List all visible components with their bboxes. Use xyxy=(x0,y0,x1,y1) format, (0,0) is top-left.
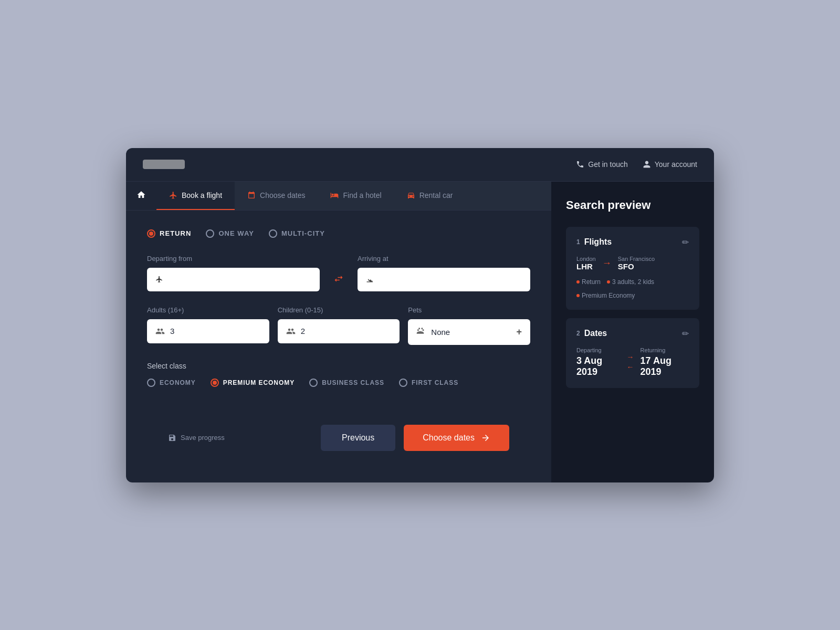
dates-number: 2 xyxy=(576,330,580,337)
dates-arrow-left: ← xyxy=(627,363,634,371)
arriving-at-label: Arriving at xyxy=(358,255,530,262)
flights-edit-icon[interactable]: ✏ xyxy=(682,237,689,247)
radio-return-circle xyxy=(147,229,155,238)
landing-icon xyxy=(366,275,374,284)
previous-button[interactable]: Previous xyxy=(321,425,395,451)
returning-date-label: Returning xyxy=(640,347,689,353)
preview-dates-section: 2 Dates ✏ Departing 3 Aug 2019 → ← xyxy=(566,318,699,388)
adults-input[interactable]: 3 xyxy=(147,319,269,343)
dates-arrow: → ← xyxy=(627,353,634,371)
swap-button[interactable] xyxy=(328,268,349,289)
radio-one-way[interactable]: ONE WAY xyxy=(206,229,254,238)
radio-multi-city[interactable]: MULTI-CITY xyxy=(269,229,325,238)
pets-plus-button[interactable]: + xyxy=(517,327,522,338)
tab-find-hotel-label: Find a hotel xyxy=(343,191,381,200)
preview-dates-header: 2 Dates ✏ xyxy=(576,329,689,339)
radio-multicity-label: MULTI-CITY xyxy=(281,229,325,237)
choose-dates-button[interactable]: Choose dates xyxy=(404,425,509,451)
radio-oneway-circle xyxy=(206,229,214,238)
arriving-at-group: Arriving at San Francisco(SFO), USA xyxy=(358,255,530,291)
dates-edit-icon[interactable]: ✏ xyxy=(682,329,689,339)
get-in-touch-label: Get in touch xyxy=(588,160,628,169)
tag-class-dot xyxy=(576,294,580,297)
form-area: RETURN ONE WAY MULTI-CITY Departing from xyxy=(126,211,551,482)
route-arrow-icon: → xyxy=(602,258,612,269)
left-panel: Book a flight Choose dates Find a hotel … xyxy=(126,182,551,482)
arrow-right-icon xyxy=(481,433,490,443)
tag-class: Premium Economy xyxy=(576,292,635,299)
calendar-icon xyxy=(247,191,256,200)
to-city-name: San Francisco xyxy=(618,256,655,262)
takeoff-icon xyxy=(155,275,163,284)
class-section: Select class ECONOMY PREMIUM ECONOMY xyxy=(147,362,530,387)
preview-dates-title: 2 Dates xyxy=(576,329,607,338)
bottom-bar: Save progress Previous Choose dates xyxy=(147,412,530,464)
class-business-circle xyxy=(309,379,318,387)
class-premium-dot xyxy=(213,381,217,385)
departing-from-group: Departing from London(LHR), UK xyxy=(147,255,320,291)
tag-passengers-label: 3 adults, 2 kids xyxy=(612,278,654,286)
class-premium-economy[interactable]: PREMIUM ECONOMY xyxy=(211,379,295,387)
class-options: ECONOMY PREMIUM ECONOMY BUSINESS CLASS xyxy=(147,379,530,387)
returning-date-group: Returning 17 Aug 2019 xyxy=(640,347,689,377)
radio-oneway-label: ONE WAY xyxy=(218,229,254,237)
preview-tags: Return 3 adults, 2 kids Premium Economy xyxy=(576,278,689,299)
tab-rental-car-label: Rental car xyxy=(419,191,453,200)
your-account-label: Your account xyxy=(655,160,697,169)
class-first-label: FIRST CLASS xyxy=(412,379,458,386)
preview-route: London LHR → San Francisco SFO xyxy=(576,256,689,271)
preview-title: Search preview xyxy=(566,198,699,212)
arriving-at-input[interactable]: San Francisco(SFO), USA xyxy=(358,268,530,291)
tab-book-flight-label: Book a flight xyxy=(182,191,222,200)
tabs-bar: Book a flight Choose dates Find a hotel … xyxy=(126,182,551,211)
save-progress-button[interactable]: Save progress xyxy=(168,434,225,442)
tag-passengers: 3 adults, 2 kids xyxy=(607,278,654,286)
logo xyxy=(143,160,185,169)
tag-return-dot xyxy=(576,280,580,284)
pets-input[interactable]: None + xyxy=(408,319,530,345)
arriving-at-field[interactable]: San Francisco(SFO), USA xyxy=(379,275,522,284)
flight-icon xyxy=(169,191,177,200)
swap-icon xyxy=(333,274,344,284)
from-city: London LHR xyxy=(576,256,596,271)
departing-from-label: Departing from xyxy=(147,255,320,262)
passengers-row: Adults (16+) 3 Children (0-15) 2 xyxy=(147,306,530,345)
tab-rental-car[interactable]: Rental car xyxy=(394,182,466,210)
adults-label: Adults (16+) xyxy=(147,306,269,314)
departing-from-input[interactable]: London(LHR), UK xyxy=(147,268,320,291)
class-first-circle xyxy=(399,379,407,387)
from-city-name: London xyxy=(576,256,596,262)
class-business[interactable]: BUSINESS CLASS xyxy=(309,379,384,387)
header: Get in touch Your account xyxy=(126,148,714,182)
save-icon xyxy=(168,434,176,442)
get-in-touch-link[interactable]: Get in touch xyxy=(576,160,628,169)
your-account-link[interactable]: Your account xyxy=(643,160,697,169)
tab-home[interactable] xyxy=(126,182,156,210)
class-premium-label: PREMIUM ECONOMY xyxy=(223,379,295,386)
tab-book-flight[interactable]: Book a flight xyxy=(156,182,235,210)
class-first[interactable]: FIRST CLASS xyxy=(399,379,458,387)
home-icon xyxy=(136,190,146,200)
adults-icon xyxy=(155,327,165,336)
to-city-code: SFO xyxy=(618,262,655,271)
dates-arrow-right: → xyxy=(627,353,634,361)
children-count: 2 xyxy=(301,327,392,335)
returning-date-value: 17 Aug 2019 xyxy=(640,355,689,377)
radio-return[interactable]: RETURN xyxy=(147,229,191,238)
children-input[interactable]: 2 xyxy=(278,319,400,343)
pets-count: None xyxy=(431,328,511,337)
class-economy-circle xyxy=(147,379,155,387)
class-economy[interactable]: ECONOMY xyxy=(147,379,196,387)
tab-choose-dates[interactable]: Choose dates xyxy=(235,182,318,210)
departing-from-field[interactable]: London(LHR), UK xyxy=(169,275,311,284)
preview-flights-title: 1 Flights xyxy=(576,237,612,247)
account-icon xyxy=(643,160,651,169)
children-field: Children (0-15) 2 xyxy=(278,306,400,345)
header-right: Get in touch Your account xyxy=(576,160,697,169)
preview-flights-header: 1 Flights ✏ xyxy=(576,237,689,247)
class-section-label: Select class xyxy=(147,362,530,370)
tag-return-label: Return xyxy=(582,278,601,286)
tab-find-hotel[interactable]: Find a hotel xyxy=(318,182,394,210)
main-split: Book a flight Choose dates Find a hotel … xyxy=(126,182,714,482)
car-icon xyxy=(407,191,415,200)
